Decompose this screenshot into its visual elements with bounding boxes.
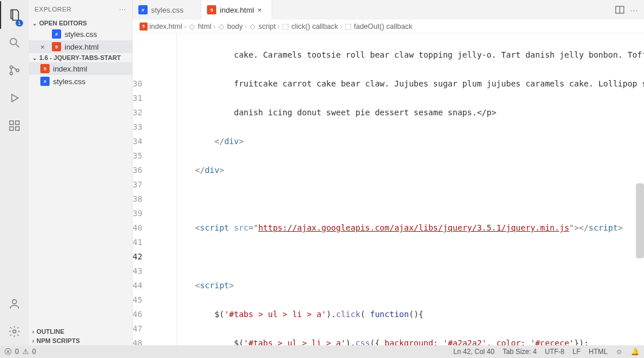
tag-symbol-icon: ◇ [217,22,225,31]
chevron-right-icon: › [184,22,186,31]
account-icon[interactable] [0,290,29,318]
open-editors-header[interactable]: ⌄ OPEN EDITORS [29,18,132,28]
file-name: styles.css [53,77,85,86]
code-line[interactable]: $('#tabs > ul > li > a').css({ backgroun… [156,336,644,345]
line-numbers: 30 31 32 33 34 35 36 37 38 39 40 41 42 4… [133,33,156,345]
editor-more-icon[interactable]: ··· [630,6,638,14]
activity-badge: 1 [16,20,23,27]
chevron-right-icon: › [213,22,216,31]
split-editor-icon[interactable] [615,5,624,14]
tab-label: index.html [220,6,254,14]
explorer-icon[interactable]: 1 [0,1,29,29]
crumb-html[interactable]: ◇ html [188,22,212,31]
svg-point-2 [10,66,12,68]
css-file-icon: # [40,77,50,86]
sidebar-title: EXPLORER [35,6,71,13]
notifications-icon[interactable]: 🔔 [631,348,639,356]
breadcrumb[interactable]: 5 index.html › ◇ html › ◇ body › ◇ scrip… [133,20,644,33]
tag-symbol-icon: ◇ [188,22,196,31]
svg-rect-6 [10,121,13,125]
code-line[interactable] [156,250,644,264]
code-line[interactable]: <script src="https://ajax.googleapis.com… [156,221,644,235]
chevron-right-icon: › [32,338,34,344]
html-file-icon: 5 [40,64,50,73]
code-line[interactable]: cake. Caramels tootsie roll bear claw to… [156,48,644,62]
crumb-label: fadeOut() callback [354,22,412,31]
crumb-label: script [258,22,276,31]
tag-symbol-icon: ◇ [248,22,257,31]
code-line[interactable]: fruitcake carrot cake bear claw. Jujubes… [156,77,644,91]
crumb-label: html [198,22,212,31]
warnings-icon[interactable]: ⚠ [22,348,29,356]
folder-file-item[interactable]: # styles.css [29,75,132,88]
folder-file-item[interactable]: 5 index.html [29,62,132,75]
crumb-body[interactable]: ◇ body [217,22,243,31]
crumb-click-callback[interactable]: ⬚ click() callback [281,22,338,31]
chevron-right-icon: › [244,22,247,31]
folder-header[interactable]: ⌄ 1.6 - JQUERY-TABS-START [29,53,132,62]
code-line[interactable]: </div> [156,163,644,178]
eol[interactable]: LF [573,348,581,356]
outline-header[interactable]: › OUTLINE [29,327,132,336]
feedback-icon[interactable]: ☺ [616,348,623,356]
editor[interactable]: 30 31 32 33 34 35 36 37 38 39 40 41 42 4… [133,33,644,345]
svg-point-0 [10,39,17,45]
explorer-sidebar: EXPLORER ··· ⌄ OPEN EDITORS × # styles.c… [29,0,133,345]
cursor-position[interactable]: Ln 42, Col 40 [453,348,494,356]
code-line[interactable]: $('#tabs > ul > li > a').click( function… [156,307,644,322]
html-file-icon: 5 [207,5,216,14]
function-symbol-icon: ⬚ [281,22,289,31]
encoding[interactable]: UTF-8 [545,348,564,356]
tab-label: styles.css [151,6,183,14]
vertical-scrollbar[interactable] [636,183,644,258]
code-line[interactable]: danish icing donut sweet pie dessert ses… [156,105,644,120]
settings-gear-icon[interactable] [0,318,29,345]
svg-rect-7 [16,121,19,125]
code-line[interactable]: <script> [156,278,644,293]
svg-point-11 [13,330,16,333]
status-bar: ⓧ 0 ⚠ 0 Ln 42, Col 40 Tab Size: 4 UTF-8 … [0,345,644,358]
extensions-icon[interactable] [0,112,29,140]
debug-icon[interactable] [0,84,29,112]
code-line[interactable]: </div> [156,134,644,149]
close-icon[interactable]: × [258,6,266,14]
npm-scripts-header[interactable]: › NPM SCRIPTS [29,336,132,345]
crumb-label: index.html [149,22,182,31]
svg-rect-9 [16,127,19,130]
errors-icon[interactable]: ⓧ [5,347,12,357]
code-line[interactable] [156,192,644,206]
close-icon[interactable]: × [40,43,48,51]
sidebar-header: EXPLORER ··· [29,0,132,18]
tab-bar: # styles.css × 5 index.html × ··· [133,0,644,20]
crumb-label: click() callback [291,22,338,31]
html-file-icon: 5 [140,22,148,31]
crumb-file[interactable]: 5 index.html [140,22,182,31]
open-editors-label: OPEN EDITORS [39,20,87,27]
tab-styles-css[interactable]: # styles.css × [133,0,201,20]
crumb-fadeout-callback[interactable]: ⬚ fadeOut() callback [344,22,412,31]
file-name: index.html [53,65,87,73]
svg-rect-8 [10,127,13,130]
html-file-icon: 5 [52,42,61,51]
errors-count[interactable]: 0 [15,348,19,356]
npm-scripts-label: NPM SCRIPTS [36,337,80,344]
search-icon[interactable] [0,29,29,56]
chevron-right-icon: › [32,329,34,335]
tab-index-html[interactable]: 5 index.html × [201,0,272,20]
svg-line-1 [16,44,20,48]
open-editor-item[interactable]: × # styles.css [29,28,132,40]
sidebar-more-icon[interactable]: ··· [119,6,126,13]
chevron-down-icon: ⌄ [32,20,37,27]
code-content[interactable]: cake. Caramels tootsie roll bear claw to… [156,33,644,345]
svg-point-4 [16,69,18,71]
language-mode[interactable]: HTML [589,348,608,356]
tab-size[interactable]: Tab Size: 4 [503,348,537,356]
source-control-icon[interactable] [0,56,29,84]
crumb-script[interactable]: ◇ script [248,22,276,31]
outline-label: OUTLINE [36,328,64,335]
svg-point-3 [10,72,12,74]
css-file-icon: # [52,29,61,39]
activity-bar: 1 [0,0,29,345]
warnings-count[interactable]: 0 [32,348,36,356]
open-editor-item[interactable]: × 5 index.html [29,40,132,53]
